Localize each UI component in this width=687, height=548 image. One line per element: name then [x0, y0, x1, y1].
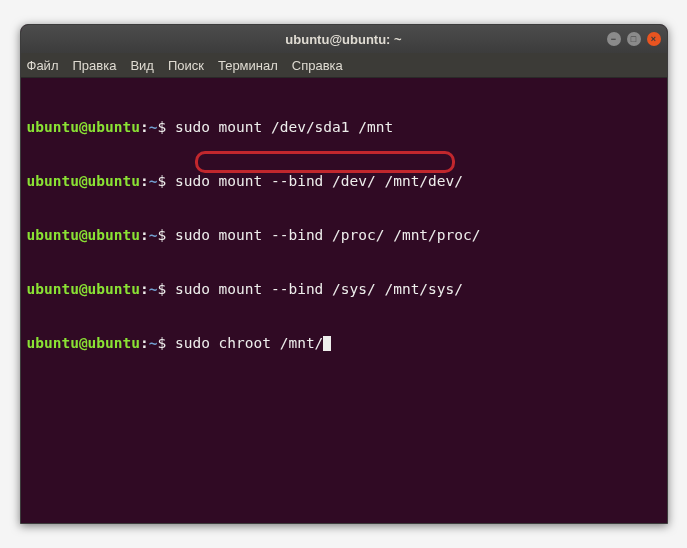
terminal-line: ubuntu@ubuntu:~$ sudo mount --bind /sys/… — [27, 280, 661, 298]
prompt-colon: : — [140, 173, 149, 189]
prompt-symbol: $ — [157, 281, 166, 297]
prompt-symbol: $ — [157, 119, 166, 135]
terminal-line: ubuntu@ubuntu:~$ sudo mount --bind /proc… — [27, 226, 661, 244]
window-title: ubuntu@ubuntu: ~ — [285, 32, 401, 47]
menu-edit[interactable]: Правка — [72, 58, 116, 73]
annotation-highlight — [195, 151, 455, 173]
window-controls: − □ × — [607, 32, 661, 46]
prompt-colon: : — [140, 281, 149, 297]
prompt-userhost: ubuntu@ubuntu — [27, 119, 141, 135]
maximize-button[interactable]: □ — [627, 32, 641, 46]
cursor-icon — [323, 336, 331, 351]
close-icon: × — [651, 34, 656, 44]
terminal-body[interactable]: ubuntu@ubuntu:~$ sudo mount /dev/sda1 /m… — [21, 78, 667, 523]
menu-file[interactable]: Файл — [27, 58, 59, 73]
command-text: sudo mount /dev/sda1 /mnt — [175, 119, 393, 135]
prompt-symbol: $ — [157, 335, 166, 351]
terminal-window: ubuntu@ubuntu: ~ − □ × Файл Правка Вид П… — [20, 24, 668, 524]
command-text: sudo mount --bind /proc/ /mnt/proc/ — [175, 227, 481, 243]
prompt-colon: : — [140, 119, 149, 135]
terminal-line: ubuntu@ubuntu:~$ sudo chroot /mnt/ — [27, 334, 661, 352]
minimize-icon: − — [611, 34, 616, 44]
menu-view[interactable]: Вид — [130, 58, 154, 73]
command-text: sudo chroot /mnt/ — [175, 335, 323, 351]
prompt-userhost: ubuntu@ubuntu — [27, 173, 141, 189]
menubar: Файл Правка Вид Поиск Терминал Справка — [21, 53, 667, 78]
prompt-colon: : — [140, 227, 149, 243]
prompt-userhost: ubuntu@ubuntu — [27, 227, 141, 243]
maximize-icon: □ — [631, 34, 636, 44]
menu-search[interactable]: Поиск — [168, 58, 204, 73]
close-button[interactable]: × — [647, 32, 661, 46]
terminal-line: ubuntu@ubuntu:~$ sudo mount --bind /dev/… — [27, 172, 661, 190]
prompt-userhost: ubuntu@ubuntu — [27, 335, 141, 351]
terminal-line: ubuntu@ubuntu:~$ sudo mount /dev/sda1 /m… — [27, 118, 661, 136]
prompt-symbol: $ — [157, 227, 166, 243]
prompt-symbol: $ — [157, 173, 166, 189]
minimize-button[interactable]: − — [607, 32, 621, 46]
prompt-userhost: ubuntu@ubuntu — [27, 281, 141, 297]
menu-terminal[interactable]: Терминал — [218, 58, 278, 73]
command-text: sudo mount --bind /dev/ /mnt/dev/ — [175, 173, 463, 189]
prompt-colon: : — [140, 335, 149, 351]
menu-help[interactable]: Справка — [292, 58, 343, 73]
command-text: sudo mount --bind /sys/ /mnt/sys/ — [175, 281, 463, 297]
titlebar: ubuntu@ubuntu: ~ − □ × — [21, 25, 667, 53]
